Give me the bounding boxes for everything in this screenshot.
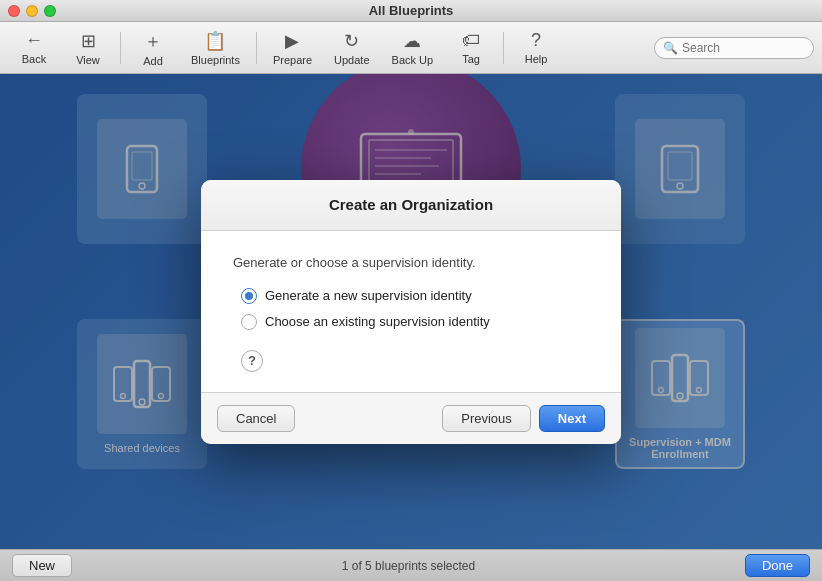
add-icon: ＋ <box>144 29 162 53</box>
radio-group: Generate a new supervision identity Choo… <box>241 288 589 330</box>
backup-label: Back Up <box>392 54 434 66</box>
add-label: Add <box>143 55 163 67</box>
title-bar: All Blueprints <box>0 0 822 22</box>
back-button[interactable]: ← Back <box>8 26 60 69</box>
main-content: Shared devices Supervision + MDM Enrollm… <box>0 74 822 549</box>
help-label: Help <box>525 53 548 65</box>
update-label: Update <box>334 54 369 66</box>
help-icon: ? <box>531 30 541 51</box>
done-button[interactable]: Done <box>745 554 810 577</box>
prepare-icon: ▶ <box>285 30 299 52</box>
window-title: All Blueprints <box>369 3 454 18</box>
modal-header: Create an Organization <box>201 180 621 231</box>
separator2 <box>256 32 257 64</box>
update-icon: ↻ <box>344 30 359 52</box>
search-icon: 🔍 <box>663 41 678 55</box>
modal-overlay: Create an Organization Generate or choos… <box>0 74 822 549</box>
separator <box>120 32 121 64</box>
radio-circle-2 <box>241 314 257 330</box>
status-text: 1 of 5 blueprints selected <box>342 559 475 573</box>
modal-body: Generate or choose a supervision identit… <box>201 231 621 392</box>
prepare-button[interactable]: ▶ Prepare <box>263 26 322 70</box>
tag-button[interactable]: 🏷 Tag <box>445 26 497 69</box>
radio-option-1[interactable]: Generate a new supervision identity <box>241 288 589 304</box>
backup-icon: ☁ <box>403 30 421 52</box>
blueprints-label: Blueprints <box>191 54 240 66</box>
backup-button[interactable]: ☁ Back Up <box>382 26 444 70</box>
modal-title: Create an Organization <box>329 196 493 213</box>
separator3 <box>503 32 504 64</box>
radio-circle-1 <box>241 288 257 304</box>
minimize-button[interactable] <box>26 5 38 17</box>
radio-option-2[interactable]: Choose an existing supervision identity <box>241 314 589 330</box>
bottom-bar: New 1 of 5 blueprints selected Done <box>0 549 822 581</box>
view-label: View <box>76 54 100 66</box>
blueprints-icon: 📋 <box>204 30 226 52</box>
previous-button[interactable]: Previous <box>442 405 531 432</box>
back-label: Back <box>22 53 46 65</box>
radio-label-1: Generate a new supervision identity <box>265 288 472 303</box>
search-box[interactable]: 🔍 <box>654 37 814 59</box>
modal-subtitle: Generate or choose a supervision identit… <box>233 255 589 270</box>
blueprints-button[interactable]: 📋 Blueprints <box>181 26 250 70</box>
tag-label: Tag <box>462 53 480 65</box>
create-org-modal: Create an Organization Generate or choos… <box>201 180 621 444</box>
tag-icon: 🏷 <box>462 30 480 51</box>
traffic-lights <box>8 5 56 17</box>
prepare-label: Prepare <box>273 54 312 66</box>
modal-footer-right: Previous Next <box>442 405 605 432</box>
radio-label-2: Choose an existing supervision identity <box>265 314 490 329</box>
view-button[interactable]: ⊞ View <box>62 26 114 70</box>
close-button[interactable] <box>8 5 20 17</box>
back-icon: ← <box>25 30 43 51</box>
next-button[interactable]: Next <box>539 405 605 432</box>
update-button[interactable]: ↻ Update <box>324 26 379 70</box>
help-button[interactable]: ? Help <box>510 26 562 69</box>
maximize-button[interactable] <box>44 5 56 17</box>
toolbar: ← Back ⊞ View ＋ Add 📋 Blueprints ▶ Prepa… <box>0 22 822 74</box>
new-button[interactable]: New <box>12 554 72 577</box>
search-input[interactable] <box>682 41 802 55</box>
view-icon: ⊞ <box>81 30 96 52</box>
add-button[interactable]: ＋ Add <box>127 25 179 71</box>
help-button-modal[interactable]: ? <box>241 350 263 372</box>
modal-help: ? <box>233 350 589 372</box>
cancel-button[interactable]: Cancel <box>217 405 295 432</box>
modal-footer: Cancel Previous Next <box>201 392 621 444</box>
